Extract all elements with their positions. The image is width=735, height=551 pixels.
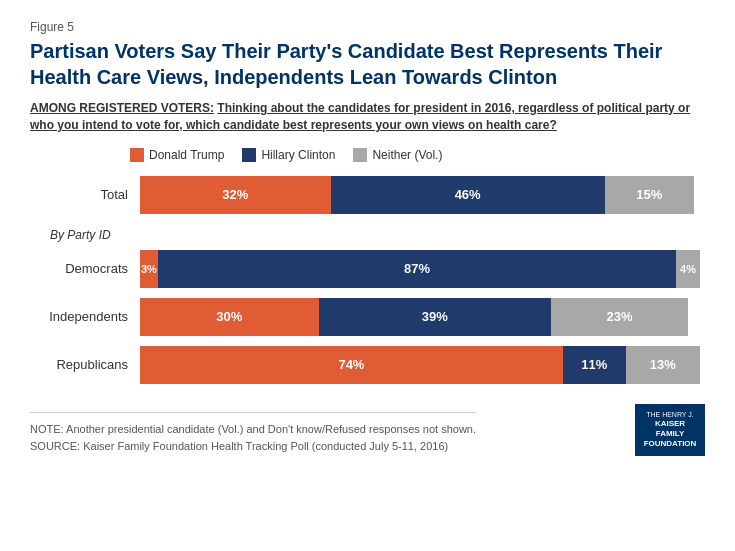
bar-container-democrats: 3%87%4%: [140, 250, 700, 288]
bar-segment-trump: 30%: [140, 298, 319, 336]
bar-segment-clinton: 39%: [319, 298, 551, 336]
bar-segment-trump: 74%: [140, 346, 563, 384]
bar-segment-trump: 3%: [140, 250, 158, 288]
bar-segment-neither: 15%: [605, 176, 694, 214]
bar-segment-trump: 32%: [140, 176, 331, 214]
legend-color-clinton: [242, 148, 256, 162]
bar-segment-neither: 4%: [676, 250, 700, 288]
bar-segment-clinton: 87%: [158, 250, 676, 288]
legend-color-trump: [130, 148, 144, 162]
subtitle: AMONG REGISTERED VOTERS: Thinking about …: [30, 100, 705, 134]
bar-segment-neither: 23%: [551, 298, 688, 336]
logo-line2: KAISER: [655, 419, 685, 429]
legend-item-trump: Donald Trump: [130, 148, 224, 162]
bar-label-democrats: Democrats: [40, 261, 140, 276]
logo-line4: FOUNDATION: [644, 439, 697, 449]
footer-row: NOTE: Another presidential candidate (Vo…: [30, 394, 705, 456]
chart-title: Partisan Voters Say Their Party's Candid…: [30, 38, 705, 90]
figure-label: Figure 5: [30, 20, 705, 34]
bar-container-republicans: 74%11%13%: [140, 346, 700, 384]
logo-line3: FAMILY: [656, 429, 685, 439]
notes: NOTE: Another presidential candidate (Vo…: [30, 412, 476, 456]
bar-segment-neither: 13%: [626, 346, 700, 384]
legend-item-neither: Neither (Vol.): [353, 148, 442, 162]
bar-segment-clinton: 11%: [563, 346, 626, 384]
kff-logo: THE HENRY J. KAISER FAMILY FOUNDATION: [635, 404, 705, 456]
note-line-1: NOTE: Another presidential candidate (Vo…: [30, 421, 476, 439]
bar-container-total: 32%46%15%: [140, 176, 700, 214]
legend-label-neither: Neither (Vol.): [372, 148, 442, 162]
logo-line1: THE HENRY J.: [646, 410, 694, 419]
chart-area: Total 32%46%15% By Party ID Democrats 3%…: [40, 176, 705, 384]
bar-row-democrats: Democrats 3%87%4%: [40, 250, 705, 288]
bar-row-republicans: Republicans 74%11%13%: [40, 346, 705, 384]
legend-color-neither: [353, 148, 367, 162]
legend-item-clinton: Hillary Clinton: [242, 148, 335, 162]
bar-label-total: Total: [40, 187, 140, 202]
note-line-2: SOURCE: Kaiser Family Foundation Health …: [30, 438, 476, 456]
legend-label-trump: Donald Trump: [149, 148, 224, 162]
legend-label-clinton: Hillary Clinton: [261, 148, 335, 162]
section-label-party: By Party ID: [50, 228, 705, 242]
subtitle-underline: AMONG REGISTERED VOTERS:: [30, 101, 214, 115]
bar-container-independents: 30%39%23%: [140, 298, 700, 336]
bar-label-republicans: Republicans: [40, 357, 140, 372]
legend: Donald TrumpHillary ClintonNeither (Vol.…: [130, 148, 705, 162]
bar-segment-clinton: 46%: [331, 176, 605, 214]
bar-label-independents: Independents: [40, 309, 140, 324]
bar-row-independents: Independents 30%39%23%: [40, 298, 705, 336]
bar-row-total: Total 32%46%15%: [40, 176, 705, 214]
